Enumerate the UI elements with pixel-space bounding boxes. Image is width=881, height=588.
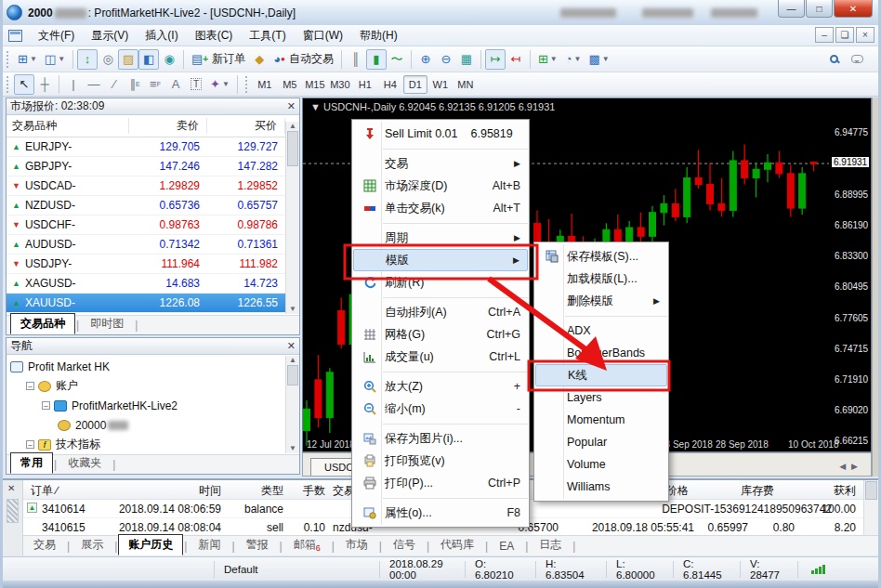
column-bid[interactable]: 卖价 bbox=[129, 118, 207, 134]
terminal-tab-5[interactable]: 邮箱6 bbox=[283, 534, 331, 555]
template-item-ADX[interactable]: ADX bbox=[535, 320, 667, 342]
navigator-item-0[interactable]: Profit Market HK bbox=[10, 357, 299, 376]
chart-shift-button[interactable]: ◎ bbox=[98, 49, 118, 70]
menu-item-1[interactable]: 显示(V) bbox=[83, 25, 137, 46]
chat-icon[interactable] bbox=[851, 55, 863, 63]
toolbar-grip[interactable] bbox=[245, 76, 249, 93]
column-header-6[interactable]: 库存费 bbox=[711, 483, 774, 499]
timeframe-m1[interactable]: M1 bbox=[253, 75, 277, 94]
terminal-tab-4[interactable]: 警报 bbox=[236, 534, 279, 555]
template-item-删除模版[interactable]: 删除模版▶ bbox=[535, 290, 667, 312]
mdi-close-button[interactable]: × bbox=[856, 27, 874, 43]
timeframe-m15[interactable]: M15 bbox=[303, 75, 327, 94]
maximize-button[interactable]: □ bbox=[806, 0, 833, 18]
context-menu-item-放大(Z)[interactable]: 放大(Z)+ bbox=[353, 375, 528, 398]
context-menu-item-打印(P)...[interactable]: 打印(P)...Ctrl+P bbox=[353, 472, 528, 494]
tab-scroll-left-icon[interactable]: ◀ bbox=[839, 462, 846, 471]
column-ask[interactable]: 买价 bbox=[207, 118, 285, 134]
navigator-item-2[interactable]: –ProfitMarketHK-Live2 bbox=[10, 396, 299, 415]
template-item-K线[interactable]: K线 bbox=[535, 364, 667, 386]
chart-shift-end-button[interactable]: ↤ bbox=[506, 49, 526, 70]
terminal-tab-0[interactable]: 交易 bbox=[23, 534, 66, 555]
trendline-button[interactable]: ∕ bbox=[104, 74, 125, 95]
navigator-header[interactable]: 导航 ✕ bbox=[7, 338, 299, 355]
crosshair-button[interactable]: ┼ bbox=[34, 74, 55, 95]
template-item-Popular[interactable]: Popular bbox=[535, 431, 667, 453]
terminal-tab-6[interactable]: 市场 bbox=[335, 534, 378, 555]
market-watch-tab-1[interactable]: 即时图 bbox=[80, 313, 134, 334]
context-menu-item-模版[interactable]: 模版▶ bbox=[353, 249, 528, 271]
candlestick-button[interactable]: ▮ bbox=[366, 49, 387, 70]
market-watch-row[interactable]: ▼USDJPY-111.964111.982 bbox=[7, 255, 299, 274]
navigator-tab-0[interactable]: 常用 bbox=[10, 452, 53, 474]
terminal-tab-3[interactable]: 新闻 bbox=[188, 534, 230, 555]
context-menu-item-缩小(m)[interactable]: 缩小(m)- bbox=[353, 398, 528, 420]
auto-scroll-button[interactable]: ↕ bbox=[77, 49, 98, 70]
zoom-in-button[interactable]: ⊕ bbox=[415, 49, 436, 70]
market-watch-row[interactable]: ▲AUDUSD-0.713420.71361 bbox=[7, 235, 299, 255]
template-item-Layers[interactable]: Layers bbox=[535, 386, 667, 409]
navigator-item-1[interactable]: –账户 bbox=[10, 376, 299, 396]
context-menu-item-Sell Limit 0.01[interactable]: Sell Limit 0.016.95819 bbox=[353, 123, 528, 145]
template-item-Momentum[interactable]: Momentum bbox=[535, 409, 667, 431]
timeframe-h1[interactable]: H1 bbox=[353, 75, 377, 94]
column-header-0[interactable]: 订单 ∕ bbox=[31, 483, 96, 499]
chart-profiles-button[interactable]: ◫▼ bbox=[41, 49, 69, 70]
new-order-button[interactable]: ▤ + 新订单 bbox=[188, 49, 249, 70]
zoom-out-button[interactable]: ⊖ bbox=[436, 49, 456, 70]
terminal-tab-8[interactable]: 代码库 bbox=[430, 534, 484, 555]
scroll-to-end-button[interactable]: ↦ bbox=[485, 49, 506, 70]
expert-advisors-button[interactable]: ◆ bbox=[249, 49, 270, 70]
market-watch-row[interactable]: ▼USDCAD-1.298291.29852 bbox=[7, 176, 299, 196]
toolbar-grip[interactable] bbox=[7, 76, 10, 93]
autotrading-button[interactable]: ◕ ● 自动交易 bbox=[270, 49, 337, 70]
minimize-button[interactable]: — bbox=[778, 0, 805, 18]
menu-item-2[interactable]: 插入(I) bbox=[137, 25, 186, 46]
horizontal-line-button[interactable]: — bbox=[84, 74, 104, 95]
navigator-tab-1[interactable]: 收藏夹 bbox=[58, 452, 112, 474]
terminal-tab-2[interactable]: 账户历史 bbox=[118, 534, 183, 555]
context-menu-item-打印预览(v)[interactable]: 打印预览(v) bbox=[353, 450, 528, 472]
collapse-icon[interactable]: – bbox=[26, 382, 34, 390]
market-watch-row[interactable]: ▼USDCHF-0.987630.98786 bbox=[7, 216, 299, 235]
close-button[interactable]: ✕ bbox=[834, 0, 873, 18]
terminal-tab-1[interactable]: 展示 bbox=[71, 534, 113, 555]
market-watch-row[interactable]: ▲NZDUSD-0.657360.65757 bbox=[7, 196, 299, 216]
close-icon[interactable]: ✕ bbox=[287, 100, 296, 112]
navigator-item-4[interactable]: –f技术指标 bbox=[10, 435, 299, 454]
data-window-button[interactable]: ◉ bbox=[159, 49, 179, 70]
market-watch-row[interactable]: ▲XAGUSD-14.68314.723 bbox=[7, 274, 299, 294]
context-menu-item-成交量(u)[interactable]: 成交量(u)Ctrl+L bbox=[353, 346, 528, 368]
close-icon[interactable]: ✕ bbox=[287, 340, 296, 352]
context-menu-item-周期[interactable]: 周期▶ bbox=[353, 227, 528, 249]
vertical-line-button[interactable]: | bbox=[63, 74, 84, 95]
context-menu-item-交易[interactable]: 交易▶ bbox=[353, 152, 528, 175]
context-menu-item-属性(o)...[interactable]: 属性(o)...F8 bbox=[353, 502, 528, 524]
line-chart-button[interactable]: 〜 bbox=[387, 49, 407, 70]
column-header-2[interactable]: 类型 bbox=[232, 483, 283, 499]
timeframe-m30[interactable]: M30 bbox=[328, 75, 352, 94]
menu-item-0[interactable]: 文件(F) bbox=[30, 25, 83, 46]
context-menu-item-自动排列(A)[interactable]: 自动排列(A)Ctrl+A bbox=[353, 301, 528, 323]
template-item-Volume[interactable]: Volume bbox=[535, 453, 667, 476]
terminal-tab-10[interactable]: 日志 bbox=[529, 534, 572, 555]
template-item-BollingerBands[interactable]: BollingerBands bbox=[535, 342, 667, 364]
market-watch-row[interactable]: ▲GBPJPY-147.246147.282 bbox=[7, 157, 299, 176]
column-header-3[interactable]: 手数 bbox=[293, 483, 325, 499]
market-watch-scrollbar[interactable]: ▲▼ bbox=[285, 122, 299, 314]
cursor-button[interactable]: ↖ bbox=[14, 74, 34, 95]
bar-chart-button[interactable]: ║ bbox=[346, 49, 366, 70]
mdi-restore-button[interactable]: ❏ bbox=[835, 27, 854, 43]
arrows-button[interactable]: ✦▼ bbox=[206, 74, 233, 95]
indicators-button[interactable]: ⊞▼ bbox=[534, 49, 561, 70]
timeframe-d1[interactable]: D1 bbox=[403, 75, 427, 94]
context-menu-item-单击交易(k)[interactable]: 单击交易(k)Alt+T bbox=[353, 197, 528, 219]
navigator-item-3[interactable]: 20000 bbox=[10, 415, 299, 435]
context-menu-item-刷新(R)[interactable]: 刷新(R) bbox=[353, 271, 528, 294]
column-header-1[interactable]: 时间 bbox=[112, 483, 221, 499]
template-item-加载模版(L)...[interactable]: 加载模版(L)... bbox=[535, 268, 667, 290]
mdi-minimize-button[interactable]: – bbox=[815, 27, 834, 43]
menu-item-4[interactable]: 工具(T) bbox=[241, 25, 294, 46]
column-symbol[interactable]: 交易品种 bbox=[7, 118, 129, 134]
channel-button[interactable]: ∥E bbox=[125, 74, 145, 95]
